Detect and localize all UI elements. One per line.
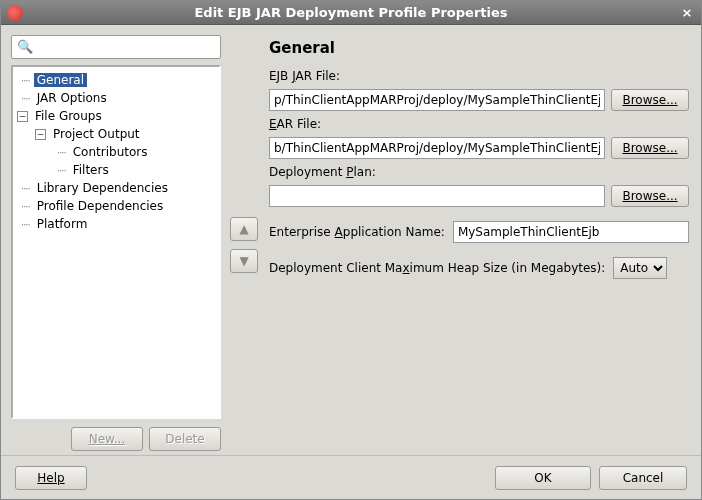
tree-item-contributors[interactable]: ···· Contributors: [13, 143, 219, 161]
tree-button-row: New... Delete: [11, 423, 221, 455]
tree-connector: ····: [21, 75, 30, 86]
close-button[interactable]: ×: [679, 5, 695, 21]
tree-item-file-groups[interactable]: − File Groups: [13, 107, 219, 125]
heap-size-select[interactable]: Auto: [613, 257, 667, 279]
ok-button[interactable]: OK: [495, 466, 591, 490]
reorder-column: ▲ ▼: [227, 35, 261, 455]
tree-connector: ····: [21, 183, 30, 194]
ear-file-input[interactable]: [269, 137, 605, 159]
browse-ear-button[interactable]: Browse...: [611, 137, 689, 159]
tree-connector: ····: [57, 165, 66, 176]
app-icon: [7, 5, 23, 21]
move-down-button[interactable]: ▼: [230, 249, 258, 273]
tree-item-project-output[interactable]: − Project Output: [13, 125, 219, 143]
tree-item-jar-options[interactable]: ···· JAR Options: [13, 89, 219, 107]
enterprise-app-name-input[interactable]: [453, 221, 689, 243]
content-area: 🔍 ···· General ···· JAR Options − File G…: [1, 25, 701, 455]
ear-label: EAR File:: [269, 115, 689, 133]
browse-plan-button[interactable]: Browse...: [611, 185, 689, 207]
general-form: EJB JAR File: Browse... EAR File: Browse…: [269, 67, 689, 279]
tree-item-library-deps[interactable]: ···· Library Dependencies: [13, 179, 219, 197]
move-up-button[interactable]: ▲: [230, 217, 258, 241]
search-row: 🔍: [11, 35, 221, 61]
window-title: Edit EJB JAR Deployment Profile Properti…: [194, 5, 507, 20]
collapse-icon[interactable]: −: [17, 111, 28, 122]
deployment-plan-label: Deployment Plan:: [269, 163, 689, 181]
enterprise-app-name-label: Enterprise Application Name:: [269, 225, 445, 239]
tree-item-filters[interactable]: ···· Filters: [13, 161, 219, 179]
tree-connector: ····: [21, 93, 30, 104]
tree-item-profile-deps[interactable]: ···· Profile Dependencies: [13, 197, 219, 215]
tree-item-platform[interactable]: ···· Platform: [13, 215, 219, 233]
ejb-jar-label: EJB JAR File:: [269, 67, 689, 85]
cancel-button[interactable]: Cancel: [599, 466, 687, 490]
heap-size-label: Deployment Client Maximum Heap Size (in …: [269, 261, 605, 275]
ejb-jar-file-input[interactable]: [269, 89, 605, 111]
browse-ejb-jar-button[interactable]: Browse...: [611, 89, 689, 111]
search-input[interactable]: [11, 35, 221, 59]
chevron-down-icon: ▼: [239, 254, 248, 268]
titlebar: Edit EJB JAR Deployment Profile Properti…: [1, 1, 701, 25]
bottom-bar: Help OK Cancel: [1, 455, 701, 499]
tree-item-general[interactable]: ···· General: [13, 71, 219, 89]
panel-title: General: [269, 35, 689, 67]
tree-connector: ····: [21, 201, 30, 212]
left-column: 🔍 ···· General ···· JAR Options − File G…: [11, 35, 221, 455]
tree-connector: ····: [21, 219, 30, 230]
delete-button[interactable]: Delete: [149, 427, 221, 451]
deployment-plan-input[interactable]: [269, 185, 605, 207]
collapse-icon[interactable]: −: [35, 129, 46, 140]
chevron-up-icon: ▲: [239, 222, 248, 236]
new-button[interactable]: New...: [71, 427, 143, 451]
search-icon: 🔍: [17, 39, 33, 54]
help-button[interactable]: Help: [15, 466, 87, 490]
right-panel: General EJB JAR File: Browse... EAR File…: [267, 35, 691, 455]
tree-connector: ····: [57, 147, 66, 158]
nav-tree[interactable]: ···· General ···· JAR Options − File Gro…: [11, 65, 221, 419]
